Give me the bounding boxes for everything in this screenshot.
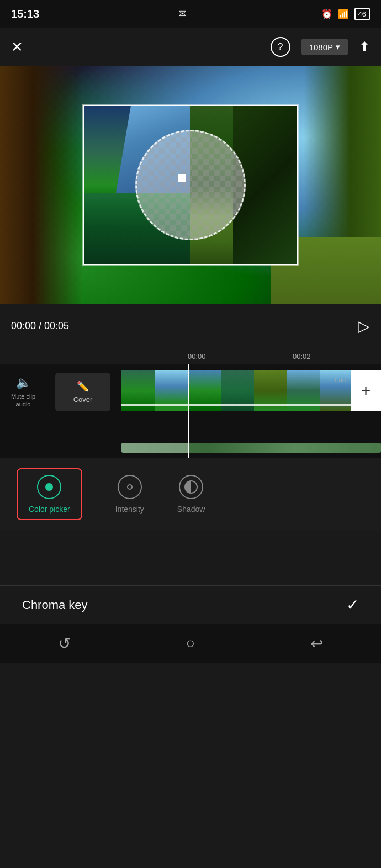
ruler-time-0: 00:00 <box>188 352 206 361</box>
resolution-button[interactable]: 1080P ▾ <box>301 39 348 55</box>
timeline-ruler: 00:00 00:02 <box>0 348 381 364</box>
chroma-circle[interactable] <box>135 130 246 240</box>
chroma-key-label: Chroma key <box>22 598 88 612</box>
shadow-label: Shadow <box>177 505 205 514</box>
clip-bottom-line <box>121 404 381 406</box>
wifi-icon: 📶 <box>338 9 349 19</box>
ruler-time-2: 00:02 <box>293 352 311 361</box>
status-time: 15:13 <box>11 8 39 20</box>
time-current: 00:00 / 00:05 <box>11 320 69 332</box>
shadow-tool[interactable]: Shadow <box>177 475 205 514</box>
playback-controls: 00:00 / 00:05 ▷ <box>0 304 381 348</box>
confirm-button[interactable]: ✓ <box>346 596 359 614</box>
video-preview <box>0 66 381 304</box>
close-button[interactable]: ✕ <box>11 39 23 56</box>
tree-left <box>0 66 83 304</box>
color-picker-inner <box>45 483 53 491</box>
mute-icon: 🔈 <box>16 375 31 390</box>
cover-label: Cover <box>73 395 93 404</box>
shadow-icon <box>179 475 203 499</box>
export-button[interactable]: ⬆ <box>359 39 370 55</box>
intensity-tool[interactable]: Intensity <box>115 475 144 514</box>
mute-clip-audio[interactable]: 🔈 Mute clipaudio <box>11 375 35 409</box>
intensity-label: Intensity <box>115 505 144 514</box>
end-label: End <box>332 375 348 384</box>
tools-panel: Color picker Intensity Shadow <box>0 458 381 530</box>
top-bar: ✕ ? 1080P ▾ ⬆ <box>0 28 381 66</box>
playhead[interactable] <box>188 364 189 458</box>
battery-icon: 46 <box>354 8 370 20</box>
cover-track[interactable]: ✏️ Cover <box>55 373 110 411</box>
spacer-bottom <box>0 530 381 585</box>
shadow-half <box>184 480 198 494</box>
status-icons: ⏰ 📶 46 <box>321 8 370 20</box>
cover-icon: ✏️ <box>77 380 89 393</box>
message-icon: ✉ <box>178 8 187 20</box>
recent-button[interactable]: ↩ <box>310 634 323 653</box>
timeline-area: 00:00 00:02 🔈 Mute clipaudio ✏️ Cover En… <box>0 348 381 458</box>
color-picker-tool[interactable]: Color picker <box>17 468 82 520</box>
help-button[interactable]: ? <box>271 37 290 57</box>
top-bar-right: ? 1080P ▾ ⬆ <box>271 37 370 57</box>
chroma-key-bar: Chroma key ✓ <box>0 585 381 624</box>
bottom-nav: ↺ ○ ↩ <box>0 624 381 663</box>
intensity-dot <box>127 484 133 490</box>
back-button[interactable]: ↺ <box>58 634 71 653</box>
color-picker-label: Color picker <box>29 505 70 514</box>
timeline-tracks: 🔈 Mute clipaudio ✏️ Cover End + <box>0 364 381 458</box>
intensity-icon <box>118 475 142 499</box>
status-bar: 15:13 ✉ ⏰ 📶 46 <box>0 0 381 28</box>
circle-dot <box>178 174 186 182</box>
mute-label: Mute clipaudio <box>11 393 35 409</box>
audio-strip <box>121 443 381 453</box>
alarm-icon: ⏰ <box>321 9 332 19</box>
clip-preview-box <box>83 105 298 265</box>
play-button[interactable]: ▷ <box>358 317 370 335</box>
color-picker-icon <box>37 475 61 499</box>
home-button[interactable]: ○ <box>186 634 195 652</box>
